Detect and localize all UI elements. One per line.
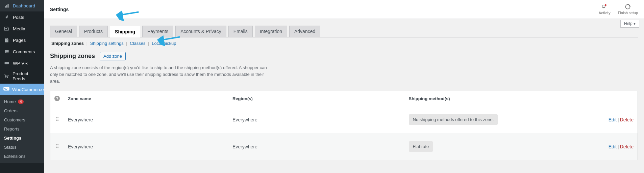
svg-point-5 — [605, 4, 606, 6]
delete-link[interactable]: Delete — [620, 117, 634, 122]
svg-point-19 — [56, 147, 57, 148]
svg-point-20 — [57, 147, 58, 148]
row-actions: Edit|Delete — [597, 106, 638, 133]
help-col-header: ? — [50, 91, 64, 106]
svg-point-10 — [57, 117, 58, 118]
sidebar-item-label: Media — [13, 26, 25, 31]
svg-point-18 — [57, 146, 58, 147]
activity-button[interactable]: Activity — [599, 3, 611, 15]
sidebar-item-product-feeds[interactable]: Product Feeds — [0, 69, 44, 84]
sidebar-item-label: Posts — [13, 15, 24, 20]
row-actions: Edit|Delete — [597, 133, 638, 160]
dashboard-icon — [3, 2, 10, 9]
region-cell: Everywhere — [228, 106, 405, 133]
sub-item-label: Extensions — [4, 154, 26, 159]
table-row: Everywhere Everywhere No shipping method… — [50, 106, 638, 133]
pages-icon — [3, 37, 10, 44]
tab-shipping[interactable]: Shipping — [110, 26, 140, 37]
finish-setup-label: Finish setup — [618, 11, 638, 15]
svg-point-3 — [7, 77, 8, 78]
sidebar-item-label: Pages — [13, 38, 26, 43]
topbar: Settings Activity Finish setup — [44, 0, 644, 19]
tab-general[interactable]: General — [50, 26, 77, 37]
sidebar-item-woocommerce[interactable]: WooCommerce — [0, 84, 44, 95]
progress-icon — [624, 3, 631, 10]
svg-point-12 — [57, 119, 58, 120]
tab-accounts-privacy[interactable]: Accounts & Privacy — [175, 26, 226, 37]
svg-point-13 — [56, 120, 57, 121]
tab-integration[interactable]: Integration — [255, 26, 287, 37]
delete-link[interactable]: Delete — [620, 144, 634, 149]
sub-item-extensions[interactable]: Extensions — [0, 152, 44, 161]
drag-handle[interactable] — [50, 106, 64, 133]
sidebar-item-comments[interactable]: Comments — [0, 46, 44, 57]
zone-name-cell[interactable]: Everywhere — [64, 106, 228, 133]
sub-item-home[interactable]: Home 4 — [0, 97, 44, 106]
media-icon — [3, 25, 10, 32]
regions-header: Region(s) — [228, 91, 405, 106]
vr-icon — [3, 60, 10, 66]
edit-link[interactable]: Edit — [609, 117, 617, 122]
sub-item-settings[interactable]: Settings — [0, 134, 44, 143]
sidebar-item-dashboard[interactable]: Dashboard — [0, 0, 44, 11]
sidebar-item-label: Dashboard — [13, 3, 35, 8]
zone-name-cell[interactable]: Everywhere — [64, 133, 228, 160]
shipping-subtabs: Shipping zones | Shipping settings | Cla… — [50, 37, 638, 52]
sub-item-status[interactable]: Status — [0, 143, 44, 152]
sub-item-orders[interactable]: Orders — [0, 106, 44, 115]
sidebar-item-wpvr[interactable]: WP VR — [0, 57, 44, 69]
sidebar-item-media[interactable]: Media — [0, 23, 44, 34]
sidebar-item-label: Comments — [13, 49, 35, 54]
drag-icon — [55, 144, 59, 148]
subtab-shipping-zones[interactable]: Shipping zones — [51, 41, 84, 46]
tab-products[interactable]: Products — [79, 26, 108, 37]
svg-rect-4 — [3, 87, 9, 91]
table-row: Everywhere Everywhere Flat rate Edit|Del… — [50, 133, 638, 160]
topbar-actions: Activity Finish setup — [599, 3, 638, 15]
sidebar-item-label: Product Feeds — [13, 71, 41, 81]
sidebar-item-posts[interactable]: Posts — [0, 11, 44, 23]
finish-setup-button[interactable]: Finish setup — [618, 3, 638, 15]
svg-point-0 — [5, 28, 7, 30]
pin-icon — [3, 14, 10, 21]
svg-point-17 — [56, 146, 57, 147]
svg-point-15 — [56, 144, 57, 145]
subtab-local-pickup[interactable]: Local pickup — [152, 41, 176, 46]
activity-label: Activity — [599, 11, 611, 15]
drag-handle[interactable] — [50, 133, 64, 160]
sub-item-customers[interactable]: Customers — [0, 115, 44, 124]
subtab-shipping-settings[interactable]: Shipping settings — [90, 41, 124, 46]
help-label: Help — [624, 21, 633, 26]
method-cell: No shipping methods offered to this zone… — [405, 106, 597, 133]
help-icon[interactable]: ? — [54, 96, 60, 101]
cart-icon — [3, 73, 10, 80]
subtab-classes[interactable]: Classes — [130, 41, 145, 46]
content-area: Settings Activity Finish setup Help ▾ Ge… — [44, 0, 644, 173]
tab-advanced[interactable]: Advanced — [289, 26, 320, 37]
sub-item-label: Customers — [4, 117, 25, 122]
edit-link[interactable]: Edit — [609, 144, 617, 149]
settings-tabs: General Products Shipping Payments Accou… — [50, 26, 638, 37]
method-cell: Flat rate — [405, 133, 597, 160]
sub-item-reports[interactable]: Reports — [0, 124, 44, 134]
sub-item-label: Orders — [4, 108, 18, 113]
section-title: Shipping zones — [50, 53, 95, 60]
tab-emails[interactable]: Emails — [228, 26, 253, 37]
sidebar-item-label: WooCommerce — [12, 87, 44, 92]
svg-rect-1 — [5, 62, 9, 64]
sub-item-label: Home — [4, 99, 16, 104]
add-zone-button[interactable]: Add zone — [100, 52, 126, 60]
sub-item-label: Status — [4, 145, 17, 150]
tab-payments[interactable]: Payments — [142, 26, 173, 37]
svg-point-14 — [57, 120, 58, 121]
sidebar-item-label: WP VR — [13, 61, 28, 66]
svg-point-9 — [56, 117, 57, 118]
section-description: A shipping zone consists of the region(s… — [50, 64, 273, 85]
page-title: Settings — [50, 7, 69, 12]
help-button[interactable]: Help ▾ — [620, 20, 639, 28]
methods-header: Shipping method(s) — [405, 91, 597, 106]
comment-icon — [3, 48, 10, 55]
sidebar-item-pages[interactable]: Pages — [0, 34, 44, 46]
admin-sidebar: Dashboard Posts Media Pages Comments WP … — [0, 0, 44, 173]
svg-point-2 — [6, 77, 6, 78]
